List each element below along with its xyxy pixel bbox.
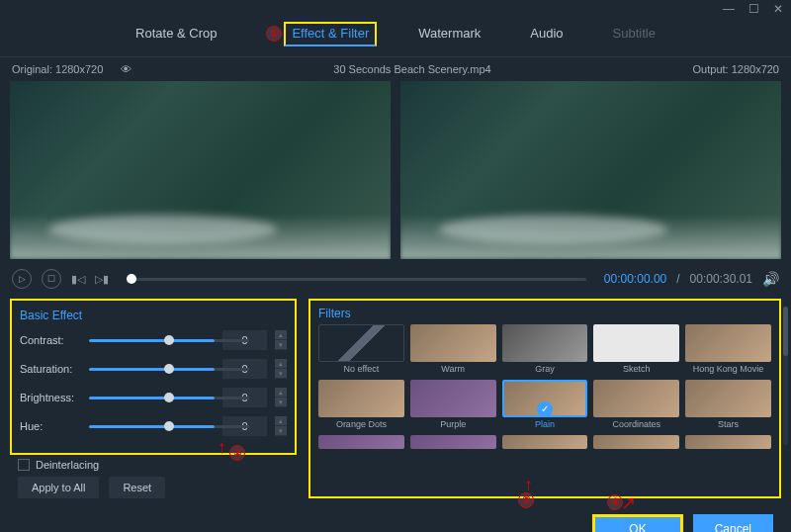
next-frame-button[interactable]: ▷▮ — [95, 273, 109, 286]
filter-more-1[interactable] — [318, 435, 404, 449]
volume-icon[interactable]: 🔊 — [762, 271, 779, 287]
play-button[interactable]: ▷ — [12, 269, 32, 289]
filter-sketch[interactable]: Sketch — [593, 324, 679, 374]
timeline-thumb[interactable] — [127, 274, 136, 284]
filter-more-4[interactable] — [593, 435, 679, 449]
filter-label: Plain — [502, 419, 588, 429]
hue-label: Hue: — [20, 420, 81, 432]
tab-effect-filter[interactable]: Effect & Filter — [284, 22, 377, 46]
total-time: 00:00:30.01 — [690, 272, 752, 286]
visibility-toggle-icon[interactable]: 👁 — [121, 63, 132, 75]
saturation-slider[interactable] — [89, 368, 215, 371]
contrast-slider-thumb[interactable] — [164, 335, 174, 345]
filter-thumb-orange — [318, 380, 404, 417]
filters-panel: Filters No effect Warm Gray Sketch Hong … — [308, 299, 781, 498]
output-resolution-label: Output: 1280x720 — [693, 63, 779, 75]
saturation-down[interactable]: ▾ — [275, 369, 287, 379]
filter-thumb-coord — [593, 380, 679, 417]
filter-thumb-gray — [502, 324, 588, 362]
filter-thumb-stars — [685, 380, 771, 417]
apply-to-all-button[interactable]: Apply to All — [18, 477, 99, 498]
filter-plain[interactable]: ✓Plain — [502, 380, 588, 429]
titlebar: — ☐ ✕ — [0, 0, 791, 18]
filter-thumb-hk — [685, 324, 771, 362]
filter-label: Purple — [410, 419, 496, 429]
filter-thumb-warm — [410, 324, 496, 362]
brightness-slider[interactable] — [89, 397, 215, 399]
filter-no-effect[interactable]: No effect — [318, 324, 404, 374]
filter-thumb-plain: ✓ — [502, 380, 588, 417]
filters-title: Filters — [318, 307, 771, 320]
filter-label: Hong Kong Movie — [685, 364, 771, 374]
filter-gray[interactable]: Gray — [502, 324, 588, 374]
saturation-label: Saturation: — [20, 363, 81, 375]
filter-thumb-purple — [410, 380, 496, 417]
hue-up[interactable]: ▴ — [275, 416, 287, 426]
filter-label: Orange Dots — [318, 419, 404, 429]
current-time: 00:00:00.00 — [604, 272, 666, 286]
reset-button[interactable]: Reset — [109, 477, 165, 498]
preview-area — [0, 81, 791, 259]
hue-slider-thumb[interactable] — [164, 421, 174, 431]
filter-more-2[interactable] — [410, 435, 496, 449]
contrast-label: Contrast: — [20, 334, 81, 346]
filter-label: Stars — [685, 419, 771, 429]
filters-scrollbar[interactable] — [783, 307, 788, 445]
saturation-up[interactable]: ▴ — [275, 359, 287, 369]
filter-warm[interactable]: Warm — [410, 324, 496, 374]
timeline-slider[interactable] — [127, 278, 586, 281]
check-icon: ✓ — [537, 401, 553, 417]
time-separator: / — [676, 272, 679, 286]
editor-area: Basic Effect Contrast: ▴▾ Saturation: ▴▾… — [0, 299, 791, 506]
filter-coordinates[interactable]: Coordinates — [593, 380, 679, 429]
contrast-up[interactable]: ▴ — [275, 330, 287, 340]
filter-label: Warm — [410, 364, 496, 374]
cancel-button[interactable]: Cancel — [693, 514, 773, 532]
filter-label: Gray — [502, 364, 588, 374]
deinterlacing-label: Deinterlacing — [36, 459, 99, 471]
filter-more-5[interactable] — [685, 435, 771, 449]
prev-frame-button[interactable]: ▮◁ — [71, 273, 85, 286]
output-preview — [400, 81, 781, 259]
scrollbar-thumb[interactable] — [783, 307, 788, 356]
filter-label: Sketch — [593, 364, 679, 374]
basic-effect-panel: Basic Effect Contrast: ▴▾ Saturation: ▴▾… — [10, 299, 297, 455]
tab-watermark[interactable]: Watermark — [418, 26, 481, 46]
stop-button[interactable]: ☐ — [42, 269, 61, 289]
hue-down[interactable]: ▾ — [275, 426, 287, 436]
filename-label: 30 Seconds Beach Scenery.mp4 — [333, 63, 490, 75]
hue-slider[interactable] — [89, 425, 215, 428]
filter-purple[interactable]: Purple — [410, 380, 496, 429]
original-preview — [10, 81, 391, 259]
ok-button[interactable]: OK — [592, 514, 682, 532]
filter-more-3[interactable] — [502, 435, 588, 449]
brightness-up[interactable]: ▴ — [275, 388, 287, 398]
tab-bar: Rotate & Crop ① Effect & Filter Watermar… — [0, 18, 791, 57]
brightness-label: Brightness: — [20, 392, 81, 403]
original-resolution-label: Original: 1280x720 — [12, 63, 103, 75]
filter-stars[interactable]: Stars — [685, 380, 771, 429]
saturation-slider-thumb[interactable] — [164, 364, 174, 374]
contrast-down[interactable]: ▾ — [275, 340, 287, 350]
footer-buttons: OK Cancel — [0, 506, 791, 532]
filter-orange-dots[interactable]: Orange Dots — [318, 380, 404, 429]
playback-controls: ▷ ☐ ▮◁ ▷▮ 00:00:00.00/00:00:30.01 🔊 — [0, 259, 791, 299]
preview-info-bar: Original: 1280x720 👁 30 Seconds Beach Sc… — [0, 57, 791, 81]
brightness-slider-thumb[interactable] — [164, 393, 174, 402]
filter-label: Coordinates — [593, 419, 679, 429]
tab-subtitle[interactable]: Subtitle — [613, 26, 656, 46]
maximize-button[interactable]: ☐ — [748, 2, 759, 16]
contrast-slider[interactable] — [89, 339, 215, 342]
deinterlacing-checkbox[interactable] — [18, 459, 30, 471]
minimize-button[interactable]: — — [723, 2, 735, 16]
filter-label: No effect — [318, 364, 404, 374]
brightness-down[interactable]: ▾ — [275, 398, 287, 407]
tab-rotate-crop[interactable]: Rotate & Crop — [135, 26, 217, 46]
close-button[interactable]: ✕ — [773, 2, 783, 16]
basic-effect-title: Basic Effect — [20, 309, 287, 322]
annotation-1: ① — [266, 26, 282, 42]
tab-audio[interactable]: Audio — [530, 26, 563, 46]
filter-thumb-sketch — [593, 324, 679, 362]
filter-thumb-noeffect — [318, 324, 404, 362]
filter-hongkong[interactable]: Hong Kong Movie — [685, 324, 771, 374]
